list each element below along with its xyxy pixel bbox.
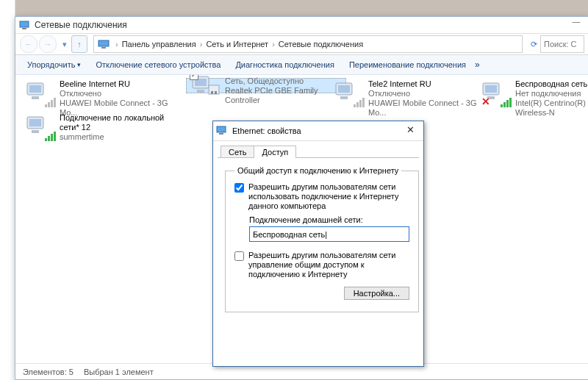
breadcrumb-seg[interactable]: Сеть и Интернет <box>204 40 270 49</box>
svg-rect-27 <box>501 104 503 107</box>
svg-rect-23 <box>362 98 365 107</box>
svg-rect-3 <box>101 47 106 49</box>
tab-access[interactable]: Доступ <box>254 146 296 158</box>
wifi-off-icon: ✕ <box>480 78 512 107</box>
modem-icon <box>24 78 57 107</box>
minimize-button[interactable]: — <box>564 17 588 30</box>
svg-rect-10 <box>54 98 56 107</box>
error-x-icon: ✕ <box>481 96 490 107</box>
svg-rect-37 <box>54 132 56 141</box>
allow-sharing-label: Разрешить другим пользователям сети испо… <box>248 182 409 211</box>
tab-network[interactable]: Сеть <box>220 146 254 158</box>
dialog-body: Общий доступ к подключению к Интернету Р… <box>213 159 423 320</box>
svg-rect-38 <box>217 126 226 132</box>
homenet-select[interactable]: Беспроводная сеть| <box>249 226 409 242</box>
connection-item[interactable]: Tele2 Internet RU Отключено HUAWEI Mobil… <box>333 78 480 119</box>
organize-button[interactable]: Упорядочить <box>20 57 88 72</box>
disable-device-button[interactable]: Отключение сетевого устройства <box>88 57 228 72</box>
more-commands[interactable]: » <box>475 60 480 70</box>
svg-rect-21 <box>356 102 359 107</box>
svg-rect-25 <box>485 85 497 93</box>
svg-rect-18 <box>338 85 350 93</box>
ics-group: Общий доступ к подключению к Интернету Р… <box>225 166 419 312</box>
svg-rect-7 <box>45 104 47 107</box>
search-input[interactable]: Поиск: С <box>540 35 584 53</box>
svg-rect-15 <box>211 91 213 94</box>
svg-rect-9 <box>51 100 53 107</box>
dialog-title: Ethernet: свойства <box>232 126 400 135</box>
window-title: Сетевые подключения <box>35 20 127 30</box>
svg-rect-5 <box>29 85 41 93</box>
history-dropdown-icon[interactable]: ▾ <box>60 40 70 49</box>
svg-rect-32 <box>29 119 41 126</box>
ethernet-icon: ✓ <box>190 75 222 101</box>
svg-rect-34 <box>45 138 47 141</box>
svg-rect-39 <box>219 133 223 135</box>
refresh-icon[interactable]: ⟳ <box>528 40 539 49</box>
svg-rect-33 <box>32 130 39 133</box>
forward-button[interactable]: → <box>39 35 57 53</box>
properties-dialog: Ethernet: свойства ✕ Сеть Доступ Общий д… <box>212 121 424 367</box>
svg-rect-13 <box>197 90 204 93</box>
svg-rect-20 <box>354 104 356 107</box>
group-title: Общий доступ к подключению к Интернету <box>234 166 401 175</box>
allow-control-checkbox[interactable] <box>234 251 244 261</box>
network-icon <box>18 19 30 31</box>
svg-rect-28 <box>503 102 506 107</box>
allow-sharing-checkbox[interactable] <box>234 183 244 193</box>
back-button[interactable]: ← <box>20 35 37 53</box>
connection-item-selected[interactable]: ✓ Ethernet Сеть, Общедоступно Realtek PC… <box>186 78 346 93</box>
wifi-icon <box>24 112 57 141</box>
rename-button[interactable]: Переименование подключения <box>342 57 473 72</box>
svg-rect-22 <box>359 100 362 107</box>
svg-rect-29 <box>506 100 509 107</box>
breadcrumb-seg[interactable]: Панель управления <box>121 40 198 49</box>
ethernet-icon <box>216 125 228 137</box>
settings-button[interactable]: Настройка... <box>344 287 409 300</box>
window-controls: — <box>564 17 588 30</box>
svg-rect-35 <box>48 136 50 141</box>
diagnose-button[interactable]: Диагностика подключения <box>228 57 341 72</box>
svg-rect-0 <box>20 21 29 27</box>
svg-rect-6 <box>32 96 39 99</box>
svg-rect-1 <box>22 28 26 29</box>
svg-rect-14 <box>209 85 219 94</box>
svg-rect-8 <box>48 102 50 107</box>
connection-item[interactable]: Подключение по локальной сети* 12 summer… <box>24 112 171 143</box>
svg-rect-16 <box>215 91 217 94</box>
dialog-titlebar: Ethernet: свойства ✕ <box>213 121 423 141</box>
up-button[interactable]: ↑ <box>71 35 87 53</box>
svg-rect-2 <box>98 40 109 46</box>
svg-rect-19 <box>340 96 348 99</box>
svg-rect-36 <box>51 134 53 141</box>
command-bar: Упорядочить Отключение сетевого устройст… <box>15 55 588 75</box>
breadcrumb-seg[interactable]: Сетевые подключения <box>277 40 365 49</box>
item-count: Элементов: 5 <box>23 368 74 376</box>
titlebar: Сетевые подключения <box>15 17 588 34</box>
allow-control-label: Разрешить другим пользователям сети упра… <box>248 251 409 279</box>
close-button[interactable]: ✕ <box>400 124 420 137</box>
tabstrip: Сеть Доступ <box>213 141 423 158</box>
selection-count: Выбран 1 элемент <box>84 368 154 376</box>
homenet-label: Подключение домашней сети: <box>249 215 409 224</box>
modem-icon <box>333 78 365 107</box>
connection-item[interactable]: ✕ Беспроводная сеть Нет подключения Inte… <box>480 78 588 119</box>
svg-rect-30 <box>509 98 512 107</box>
address-bar: ← → ▾ ↑ › Панель управления › Сеть и Инт… <box>15 34 588 55</box>
breadcrumb[interactable]: › Панель управления › Сеть и Интернет › … <box>93 35 523 53</box>
network-icon <box>97 37 110 51</box>
